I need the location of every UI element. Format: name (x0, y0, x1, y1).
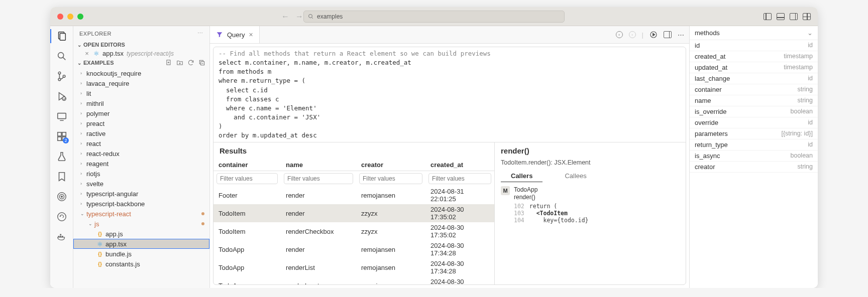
open-editors-header[interactable]: ⌄ OPEN EDITORS (73, 41, 209, 49)
chevron-down-icon: ⌄ (88, 221, 94, 226)
window-close[interactable] (57, 14, 63, 20)
toggle-left-panel-icon[interactable] (764, 13, 772, 20)
filter-input[interactable] (216, 173, 278, 184)
folder-item[interactable]: ›riotjs (73, 169, 209, 179)
tab-callers[interactable]: Callers (501, 170, 542, 182)
field-name: return_type (695, 141, 728, 148)
folder-item[interactable]: ›typescript-backbone (73, 199, 209, 209)
folder-item[interactable]: ›reagent (73, 159, 209, 169)
table-row[interactable]: TodoItemrenderzzyzx2024-08-30 17:35:02 (213, 204, 494, 222)
close-tab-icon[interactable]: × (249, 31, 253, 39)
run-query-icon[interactable] (649, 31, 658, 39)
folder-item[interactable]: ›react-redux (73, 148, 209, 159)
schema-field-row[interactable]: created_attimestamp (690, 51, 818, 62)
nav-forward-icon[interactable]: → (295, 12, 303, 21)
folder-item[interactable]: ›lavaca_require (73, 78, 209, 88)
caller-item[interactable]: M TodoApp render() (495, 183, 686, 202)
run-debug-icon[interactable] (56, 90, 68, 102)
explorer-more-icon[interactable]: ⋯ (197, 30, 203, 37)
toggle-right-panel-icon[interactable] (790, 13, 798, 20)
refresh-icon[interactable] (187, 59, 194, 66)
svg-line-5 (63, 57, 65, 60)
table-cell: 2024-08-30 17:34:28 (425, 258, 494, 276)
open-editor-item[interactable]: × ⚛ app.tsx typescript-react/js (73, 49, 209, 58)
table-row[interactable]: TodoApprenderremojansen2024-08-30 17:34:… (213, 240, 494, 258)
collapse-all-icon[interactable] (198, 59, 205, 66)
filter-input[interactable] (428, 173, 491, 184)
folder-item[interactable]: ›typescript-angular (73, 189, 209, 199)
folder-item[interactable]: ⌄typescript-react (73, 209, 209, 219)
tab-query[interactable]: Query × (210, 26, 260, 43)
nav-prev-icon[interactable]: ‹ (616, 31, 623, 38)
nav-next-icon[interactable]: › (629, 31, 636, 38)
file-item[interactable]: {}constants.js (73, 259, 209, 269)
window-minimize[interactable] (67, 14, 73, 20)
close-editor-icon[interactable]: × (83, 50, 90, 57)
table-cell: render (281, 204, 356, 222)
schema-field-row[interactable]: namestring (690, 95, 818, 106)
examples-header[interactable]: ⌄ EXAMPLES (73, 58, 209, 67)
split-editor-icon[interactable] (664, 31, 672, 38)
new-folder-icon[interactable] (176, 59, 183, 66)
command-search[interactable]: examples (303, 11, 565, 23)
target-icon[interactable] (56, 191, 68, 203)
schema-field-row[interactable]: idid (690, 40, 818, 51)
schema-field-row[interactable]: last_changeid (690, 73, 818, 84)
chevron-right-icon: › (80, 201, 86, 206)
table-row[interactable]: TodoItemrenderCheckboxzzyzx2024-08-30 17… (213, 222, 494, 240)
window-maximize[interactable] (77, 14, 83, 20)
item-name: riotjs (86, 170, 100, 178)
folder-item[interactable]: ›lit (73, 88, 209, 98)
folder-item[interactable]: ›svelte (73, 179, 209, 189)
folder-item[interactable]: ›polymer (73, 108, 209, 118)
layout-grid-icon[interactable] (803, 13, 811, 20)
bookmark-icon[interactable] (56, 171, 68, 183)
explorer-icon[interactable] (56, 30, 68, 42)
table-cell: TodoApp (213, 258, 281, 276)
column-header[interactable]: name (281, 159, 356, 171)
search-sidebar-icon[interactable] (56, 50, 68, 62)
schema-field-row[interactable]: containerstring (690, 84, 818, 95)
folder-item[interactable]: ›knockoutjs_require (73, 68, 209, 78)
folder-item[interactable]: ›mithril (73, 98, 209, 108)
folder-item[interactable]: ⌄js (73, 219, 209, 229)
table-row[interactable]: TodoApprenderListremojansen2024-08-30 17… (213, 258, 494, 276)
table-cell: 2024-08-30 17:35:02 (425, 204, 494, 222)
more-actions-icon[interactable]: ⋯ (678, 31, 684, 39)
source-control-icon[interactable] (56, 70, 68, 82)
filter-input[interactable] (359, 173, 422, 184)
schema-header[interactable]: methods ⌄ (690, 26, 818, 40)
toggle-bottom-panel-icon[interactable] (777, 13, 785, 20)
schema-field-row[interactable]: return_typeid (690, 139, 818, 151)
file-item[interactable]: {}bundle.js (73, 249, 209, 259)
folder-item[interactable]: ›react (73, 138, 209, 148)
column-header[interactable]: created_at (425, 159, 494, 171)
schema-field-row[interactable]: parameters[{string: id}] (690, 128, 818, 139)
schema-field-row[interactable]: updated_attimestamp (690, 62, 818, 73)
nav-back-icon[interactable]: ← (281, 12, 289, 21)
new-file-icon[interactable] (165, 59, 172, 66)
sql-editor[interactable]: -- Find all methods that return a React … (213, 47, 686, 142)
traffic-lights (57, 14, 83, 20)
docker-icon[interactable] (56, 231, 68, 243)
schema-field-row[interactable]: is_asyncboolean (690, 151, 818, 162)
table-row[interactable]: Footerrenderremojansen2024-08-31 22:01:2… (213, 186, 494, 204)
extensions-icon[interactable]: 2 (56, 130, 68, 142)
schema-field-row[interactable]: creatorstring (690, 162, 818, 173)
table-row[interactable]: TodoApprenderInputremojansen2024-08-30 1… (213, 276, 494, 284)
remote-icon[interactable] (56, 110, 68, 122)
folder-item[interactable]: ›preact (73, 118, 209, 128)
chevron-down-icon: ⌄ (77, 60, 81, 66)
chevron-right-icon: › (80, 121, 86, 126)
filter-input[interactable] (284, 173, 353, 184)
tab-callees[interactable]: Callees (555, 170, 596, 182)
column-header[interactable]: container (213, 159, 281, 171)
cloud-sync-icon[interactable] (56, 211, 68, 223)
file-item[interactable]: ⚛app.tsx (73, 239, 209, 249)
column-header[interactable]: creator (356, 159, 425, 171)
flask-icon[interactable] (56, 151, 68, 163)
folder-item[interactable]: ›ractive (73, 128, 209, 138)
schema-field-row[interactable]: overrideid (690, 117, 818, 128)
schema-field-row[interactable]: is_overrideboolean (690, 106, 818, 117)
file-item[interactable]: {}app.js (73, 229, 209, 239)
